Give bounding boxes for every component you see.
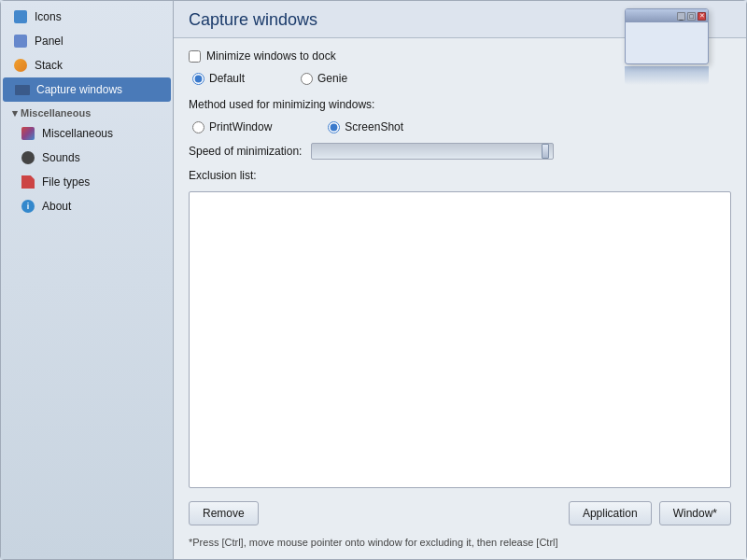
- preview-close-btn: ✕: [698, 12, 706, 21]
- radio-default-label[interactable]: Default: [209, 72, 245, 85]
- window-button[interactable]: Window*: [659, 501, 731, 525]
- content-area: Minimize windows to dock Default Genie M…: [174, 38, 746, 559]
- sidebar-item-sounds[interactable]: Sounds: [1, 146, 173, 170]
- radio-printwindow: PrintWindow: [192, 120, 272, 133]
- minimize-checkbox[interactable]: [189, 50, 201, 63]
- minimize-label[interactable]: Minimize windows to dock: [206, 49, 336, 63]
- sidebar-item-about[interactable]: i About: [1, 194, 173, 218]
- about-icon: i: [20, 198, 36, 215]
- buttons-row: Remove Application Window*: [189, 501, 731, 525]
- radio-printwindow-input[interactable]: [192, 121, 204, 133]
- capture-icon: [14, 81, 31, 98]
- panel-icon: [12, 33, 29, 49]
- speed-row: Speed of minimization:: [189, 143, 731, 160]
- preview-min-btn: _: [677, 12, 685, 21]
- sidebar-item-label: About: [42, 200, 71, 213]
- radio-genie-label[interactable]: Genie: [317, 72, 347, 85]
- sidebar-section-misc: ▾ Miscellaneous: [1, 102, 173, 121]
- sidebar-item-capture-windows[interactable]: Capture windows: [3, 77, 171, 102]
- radio-genie: Genie: [301, 72, 347, 85]
- window-preview: _ □ ✕: [625, 8, 727, 78]
- sidebar: Icons Panel Stack Capture windows ▾ Misc…: [1, 1, 174, 559]
- radio-printwindow-label[interactable]: PrintWindow: [209, 120, 272, 133]
- sidebar-item-label: Miscellaneous: [42, 127, 113, 140]
- speed-slider[interactable]: [311, 143, 554, 160]
- radio-default-input[interactable]: [192, 73, 204, 85]
- section-misc-text: Miscellaneous: [21, 107, 91, 119]
- method-label: Method used for minimizing windows:: [189, 98, 731, 111]
- main-content: Capture windows _ □ ✕ Minimize w: [174, 1, 746, 559]
- sidebar-item-label: Panel: [35, 35, 63, 48]
- misc-color-icon: [20, 125, 36, 142]
- preview-max-btn: □: [687, 12, 696, 21]
- sidebar-item-miscellaneous[interactable]: Miscellaneous: [1, 121, 173, 146]
- radio-default: Default: [192, 72, 245, 85]
- sidebar-item-panel[interactable]: Panel: [1, 29, 173, 53]
- sidebar-item-label: Sounds: [42, 151, 80, 164]
- speed-slider-thumb: [542, 144, 549, 159]
- exclusion-list[interactable]: [189, 191, 731, 488]
- sidebar-item-label: Icons: [35, 10, 62, 23]
- application-button[interactable]: Application: [569, 501, 652, 525]
- page-title: Capture windows: [189, 10, 317, 30]
- radio-screenshot: ScreenShot: [328, 120, 403, 133]
- exclusion-label: Exclusion list:: [189, 169, 731, 182]
- main-header: Capture windows _ □ ✕: [174, 1, 746, 38]
- stack-icon: [12, 57, 29, 74]
- speed-label: Speed of minimization:: [189, 145, 302, 158]
- sidebar-item-stack[interactable]: Stack: [1, 53, 173, 77]
- sounds-icon: [20, 149, 36, 166]
- sidebar-item-icons[interactable]: Icons: [1, 5, 173, 29]
- radio-screenshot-label[interactable]: ScreenShot: [345, 120, 403, 133]
- sidebar-item-label: Capture windows: [36, 83, 122, 96]
- note-text: *Press [Ctrl], move mouse pointer onto w…: [189, 537, 731, 548]
- sidebar-item-file-types[interactable]: File types: [1, 170, 173, 194]
- radio-screenshot-input[interactable]: [328, 121, 340, 133]
- items-icon: [12, 8, 29, 25]
- sidebar-item-label: File types: [42, 175, 90, 189]
- remove-button[interactable]: Remove: [189, 501, 259, 525]
- radio-genie-input[interactable]: [301, 73, 313, 85]
- filetypes-icon: [20, 174, 36, 190]
- sidebar-item-label: Stack: [35, 59, 63, 72]
- method-group: PrintWindow ScreenShot: [192, 120, 731, 133]
